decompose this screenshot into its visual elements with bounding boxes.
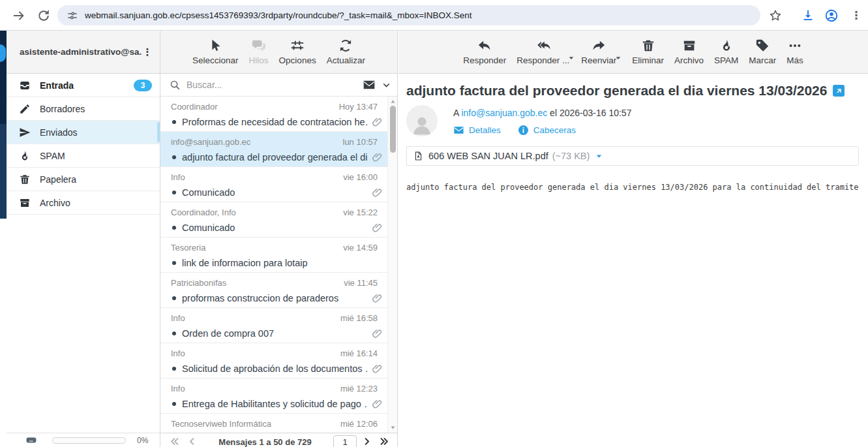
next-page-icon[interactable] bbox=[362, 437, 372, 446]
attachment-paperclip-icon bbox=[372, 223, 383, 234]
folder-label: Entrada bbox=[40, 80, 134, 91]
more-button[interactable]: Más bbox=[786, 39, 803, 65]
webmail-nav-rail bbox=[0, 31, 7, 219]
message-date: mié 12:06 bbox=[340, 418, 383, 429]
headers-link[interactable]: Cabeceras bbox=[518, 125, 576, 136]
message-row[interactable]: info@sanjuan.gob.ec lun 10:57 adjunto fa… bbox=[160, 132, 388, 167]
unread-count-badge: 3 bbox=[134, 80, 152, 91]
message-subject: Proformas de necesidad de contratacion h… bbox=[182, 116, 368, 128]
message-date: vie 15:22 bbox=[343, 207, 383, 218]
message-row[interactable]: Tesoreria vie 14:59 link de informacion … bbox=[160, 238, 388, 273]
mail-toolbar: Responder Responder ... Reenviar Elimina… bbox=[398, 31, 868, 74]
reply-all-dropdown-caret-icon[interactable] bbox=[568, 55, 575, 61]
message-date: lun 10:57 bbox=[343, 136, 383, 147]
search-bar bbox=[160, 74, 397, 97]
unread-dot bbox=[172, 120, 176, 124]
quota-progress-bar bbox=[52, 437, 126, 444]
message-row[interactable]: Info vie 16:00 Comunicado bbox=[160, 167, 388, 202]
message-row[interactable]: Coordinador Hoy 13:47 Proformas de neces… bbox=[160, 97, 388, 132]
message-subject: proformas construccion de paraderos bbox=[182, 292, 368, 304]
attachment-dropdown-caret-icon[interactable] bbox=[595, 153, 603, 160]
scroll-up-icon[interactable] bbox=[390, 99, 396, 104]
spam-button[interactable]: SPAM bbox=[714, 39, 738, 65]
message-row[interactable]: Info mié 16:14 Solicitud de aprobación d… bbox=[160, 343, 388, 378]
paper-plane-icon bbox=[19, 127, 31, 138]
person-icon bbox=[411, 114, 433, 136]
message-sender: Info bbox=[171, 383, 335, 394]
folder-item-papelera[interactable]: Papelera bbox=[7, 168, 160, 191]
search-options-chevron-icon[interactable] bbox=[382, 81, 391, 89]
open-in-new-window-icon[interactable] bbox=[833, 85, 845, 97]
message-subject: link de informacion para lotaip bbox=[182, 257, 368, 269]
delete-button[interactable]: Eliminar bbox=[632, 39, 664, 65]
message-subject: Comunicado bbox=[182, 222, 368, 234]
message-date: Hoy 13:47 bbox=[339, 101, 383, 112]
address-bar[interactable]: webmail.sanjuan.gob.ec/cpsess1453769393/… bbox=[57, 5, 760, 25]
reply-all-icon bbox=[536, 39, 550, 53]
mark-button[interactable]: Marcar bbox=[749, 39, 776, 65]
browser-forward-icon[interactable] bbox=[12, 8, 26, 23]
trash-icon bbox=[641, 39, 655, 53]
reply-button[interactable]: Responder bbox=[463, 39, 506, 65]
forward-button[interactable]: Reenviar bbox=[581, 39, 616, 65]
message-row[interactable]: Tecnoserviweb Informática mié 12:06 bbox=[160, 414, 388, 433]
prev-page-icon[interactable] bbox=[187, 437, 197, 446]
browser-toolbar: webmail.sanjuan.gob.ec/cpsess1453769393/… bbox=[0, 0, 868, 31]
first-page-icon[interactable] bbox=[170, 437, 179, 446]
folder-label: Enviados bbox=[40, 127, 152, 138]
message-row[interactable]: Coordinador, Info vie 15:22 Comunicado bbox=[160, 202, 388, 238]
folder-label: Archivo bbox=[40, 198, 152, 208]
downloads-icon[interactable] bbox=[801, 8, 815, 23]
folder-item-archivo[interactable]: Archivo bbox=[7, 191, 160, 215]
attachment-paperclip-icon bbox=[372, 152, 383, 163]
attachment-paperclip-icon bbox=[372, 117, 383, 128]
attachment-bar[interactable]: 606 WEB SAN JUAN LR.pdf (~73 KB) bbox=[406, 146, 859, 166]
message-row[interactable]: Patriciabonifas vie 11:45 proformas cons… bbox=[160, 273, 388, 308]
message-row[interactable]: Info mié 16:58 Orden de compra 007 bbox=[160, 308, 388, 343]
search-input[interactable] bbox=[187, 80, 363, 90]
folder-item-borradores[interactable]: Borradores bbox=[7, 97, 160, 121]
message-date: vie 11:45 bbox=[344, 277, 383, 288]
folder-item-spam[interactable]: SPAM bbox=[7, 144, 160, 168]
message-row[interactable]: Info mié 12:23 Entrega de Habilitantes y… bbox=[160, 378, 388, 414]
site-settings-icon[interactable] bbox=[67, 10, 78, 22]
folder-item-enviados[interactable]: Enviados bbox=[7, 121, 160, 144]
mail-view-pane: Responder Responder ... Reenviar Elimina… bbox=[398, 31, 868, 447]
attachment-name[interactable]: 606 WEB SAN JUAN LR.pdf bbox=[428, 151, 548, 161]
quota-indicator: 0% bbox=[7, 433, 160, 447]
recipient-address-link[interactable]: info@sanjuan.gob.ec bbox=[461, 108, 547, 118]
cursor-icon bbox=[208, 39, 222, 53]
options-button[interactable]: Opciones bbox=[279, 39, 316, 65]
reply-all-button[interactable]: Responder ... bbox=[516, 39, 569, 65]
browser-profile-icon[interactable] bbox=[824, 8, 839, 23]
account-menu-icon[interactable]: ⋮ bbox=[142, 46, 153, 58]
browser-reload-icon[interactable] bbox=[37, 8, 51, 23]
bookmark-star-icon[interactable] bbox=[768, 8, 783, 23]
archive-button[interactable]: Archivo bbox=[674, 39, 704, 65]
message-date: mié 16:58 bbox=[340, 313, 383, 324]
message-date: vie 14:59 bbox=[343, 242, 383, 253]
select-button[interactable]: Seleccionar bbox=[192, 39, 239, 65]
message-sender: Coordinador bbox=[171, 101, 334, 112]
trash-icon bbox=[19, 174, 31, 185]
scrollbar-thumb[interactable] bbox=[390, 106, 396, 153]
scroll-down-icon[interactable] bbox=[390, 425, 396, 431]
mail-date: el 2026-03-16 10:57 bbox=[550, 108, 631, 118]
unread-dot bbox=[172, 226, 176, 230]
refresh-button[interactable]: Actualizar bbox=[327, 39, 365, 65]
unread-dot bbox=[172, 296, 176, 300]
folder-label: Borradores bbox=[40, 104, 152, 114]
archive-icon bbox=[19, 197, 31, 209]
page-number-input[interactable] bbox=[333, 435, 357, 447]
folder-item-entrada[interactable]: Entrada 3 bbox=[7, 74, 160, 97]
details-link[interactable]: Detalles bbox=[453, 125, 501, 136]
forward-dropdown-caret-icon[interactable] bbox=[615, 55, 621, 61]
nav-rail-active-indicator bbox=[0, 44, 6, 62]
pencil-icon bbox=[19, 103, 31, 115]
account-header: asistente-administrativo@sa... ⋮ bbox=[7, 31, 160, 74]
browser-menu-icon[interactable]: ⋮ bbox=[849, 8, 863, 23]
threads-button[interactable]: Hilos bbox=[249, 39, 269, 65]
url-text[interactable]: webmail.sanjuan.gob.ec/cpsess1453769393/… bbox=[85, 10, 472, 20]
last-page-icon[interactable] bbox=[380, 437, 389, 446]
search-scope-envelope-icon[interactable] bbox=[363, 78, 376, 91]
